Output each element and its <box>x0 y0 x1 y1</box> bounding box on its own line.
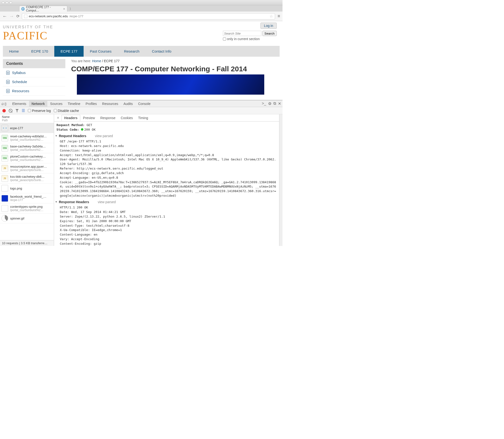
traffic-light-close[interactable] <box>2 1 4 4</box>
sidebar-item-schedule[interactable]: Schedule <box>3 77 65 86</box>
forward-icon[interactable]: → <box>9 13 14 19</box>
request-path: /portal_javascripts/Sunb… <box>10 178 45 182</box>
nav-contact[interactable]: Contact Info <box>146 46 178 57</box>
clear-icon[interactable] <box>9 109 12 113</box>
traffic-light-zoom[interactable] <box>10 1 12 4</box>
nav-home[interactable]: Home <box>3 46 25 57</box>
only-section-label[interactable]: only in current section <box>223 37 260 41</box>
request-row[interactable]: CSSploneCustom-cachekey…/portal_css/Sunb… <box>0 153 54 163</box>
view-parsed-link[interactable]: view parsed <box>95 134 113 138</box>
request-row[interactable]: contenttypes-sprite.png/portal_css/Sunbu… <box>0 203 54 213</box>
device-mode-icon[interactable]: ▯ <box>5 102 6 106</box>
contents-heading: Contents <box>3 59 65 68</box>
browser-toolbar: ← → ⟳ ecs-network.serv.pacific.edu/ecpe-… <box>0 12 283 21</box>
preserve-log-checkbox[interactable]: Preserve log <box>28 109 51 113</box>
sidebar-item-resources[interactable]: Resources <box>3 86 65 96</box>
nav-past-courses[interactable]: Past Courses <box>84 46 118 57</box>
tab-timeline[interactable]: Timeline <box>65 101 83 107</box>
address-bar[interactable]: ecs-network.serv.pacific.edu/ecpe-177 ☆ <box>22 13 275 19</box>
request-path: /portal_css/Sunburst%2… <box>10 138 47 141</box>
new-tab-button[interactable]: ⟩ <box>67 6 73 12</box>
devtools-close-icon[interactable]: ✕ <box>278 101 281 106</box>
tab-sources[interactable]: Sources <box>48 101 65 107</box>
gear-icon[interactable]: ⚙ <box>268 101 271 106</box>
request-detail: × Headers Preview Response Cookies Timin… <box>54 114 279 246</box>
request-summary: 10 requests | 3.5 KB transferre… <box>0 240 54 246</box>
file-type-icon <box>1 205 8 212</box>
page-content: Log in UNIVERSITY OF THE PACIFIC Search … <box>0 21 283 100</box>
file-type-icon <box>1 195 8 202</box>
file-type-icon: CSS <box>1 135 8 141</box>
request-row[interactable]: < >ecpe-177 <box>0 123 54 133</box>
tab-console[interactable]: Console <box>136 101 153 107</box>
dock-icon[interactable]: ⧉ <box>273 101 276 106</box>
tab-profiles[interactable]: Profiles <box>83 101 99 107</box>
search-input[interactable] <box>223 31 261 36</box>
tab-response[interactable]: Response <box>98 115 118 121</box>
disable-cache-checkbox[interactable]: Disable cache <box>54 109 79 113</box>
login-button[interactable]: Log in <box>260 23 277 29</box>
only-section-checkbox[interactable] <box>223 37 226 41</box>
history-nav: ← → <box>2 13 14 19</box>
tab-cookies[interactable]: Cookies <box>118 115 135 121</box>
tab-preview[interactable]: Preview <box>81 115 98 121</box>
browser-tab[interactable]: ⊕ COMP/ECPE 177 - Comput… × <box>19 6 67 12</box>
nav-ecpe177[interactable]: ECPE 177 <box>54 46 84 57</box>
search-button[interactable]: Search <box>262 31 277 36</box>
hamburger-menu-icon[interactable]: ≡ <box>277 14 280 19</box>
devtools-scrollbar[interactable] <box>279 114 283 246</box>
tab-elements[interactable]: Elements <box>10 101 29 107</box>
request-row[interactable]: CSSreset-cachekey-edbfa0d…/portal_css/Su… <box>0 133 54 143</box>
tab-network[interactable]: Network <box>29 101 47 107</box>
request-row[interactable]: JSresourceplone.app.jquer…/portal_javasc… <box>0 163 54 173</box>
page-icon <box>24 15 27 18</box>
nav-research[interactable]: Research <box>118 46 146 57</box>
tab-timing[interactable]: Timing <box>136 115 151 121</box>
close-detail-icon[interactable]: × <box>55 116 61 120</box>
tab-headers[interactable]: Headers <box>61 115 80 121</box>
request-row[interactable]: spinner.gif <box>0 213 54 223</box>
site-search: Search only in current section <box>223 31 277 41</box>
traffic-light-minimize[interactable] <box>6 1 8 4</box>
reload-icon[interactable]: ⟳ <box>16 14 19 18</box>
response-headers-section[interactable]: Response Headersview parsed <box>55 200 277 204</box>
tab-resources[interactable]: Resources <box>100 101 121 107</box>
devtools-panel: ⌕ ▯ Elements Network Sources Timeline Pr… <box>0 100 283 246</box>
view-parsed-link[interactable]: view parsed <box>98 200 116 204</box>
request-row[interactable]: CSSbase-cachekey-3a5d4a…/portal_css/Sunb… <box>0 143 54 153</box>
request-path: /portal_css/Sunburst%2… <box>10 148 46 152</box>
request-list-header[interactable]: Name Path <box>0 114 54 123</box>
file-type-icon <box>1 215 8 222</box>
bookmark-star-icon[interactable]: ☆ <box>270 14 273 18</box>
drawer-toggle-icon[interactable]: >_ <box>262 101 266 106</box>
request-headers-block: GET /ecpe-177 HTTP/1.1 Host: ecs-network… <box>56 139 277 198</box>
search-icon[interactable]: ⌕ <box>1 101 4 106</box>
record-icon[interactable] <box>2 109 6 112</box>
close-tab-icon[interactable]: × <box>63 7 65 11</box>
tab-title: COMP/ECPE 177 - Comput… <box>26 6 62 12</box>
sidebar-item-syllabus[interactable]: Syllabus <box>3 68 65 77</box>
filter-icon[interactable] <box>15 109 19 112</box>
request-path: /portal_javascripts/Sunb… <box>10 168 47 172</box>
page-title: COMP/ECPE 177 - Computer Networking - Fa… <box>71 65 280 73</box>
main-nav: Home ECPE 170 ECPE 177 Past Courses Rese… <box>3 46 280 57</box>
request-name: base-cachekey-3a5d4a… <box>10 145 46 148</box>
request-row[interactable]: facebook_world_friend_…/ecpe-177 <box>0 193 54 203</box>
headers-content[interactable]: Request Method: GET Status Code: 200 OK … <box>54 122 279 246</box>
file-type-icon: JS <box>1 165 8 172</box>
back-icon[interactable]: ← <box>2 13 7 19</box>
nav-ecpe170[interactable]: ECPE 170 <box>25 46 54 57</box>
breadcrumb-current: ECPE 177 <box>104 59 119 63</box>
tab-strip: ⊕ COMP/ECPE 177 - Comput… × ⟩ <box>0 5 283 12</box>
request-row[interactable]: logo.png <box>0 183 54 193</box>
tab-audits[interactable]: Audits <box>121 101 135 107</box>
status-code-label: Status Code: <box>56 128 79 131</box>
breadcrumb-home[interactable]: Home <box>92 59 101 63</box>
logo-superscript: UNIVERSITY OF THE <box>3 25 280 29</box>
request-row[interactable]: JSkss-bbb-cachekey-db6…/portal_javascrip… <box>0 173 54 183</box>
document-icon <box>6 89 10 93</box>
request-headers-section[interactable]: Request Headersview parsed <box>55 134 277 138</box>
status-code-value: 200 OK <box>84 128 96 131</box>
list-view-icon[interactable]: ☰ <box>22 108 25 113</box>
window-chrome <box>0 0 283 5</box>
